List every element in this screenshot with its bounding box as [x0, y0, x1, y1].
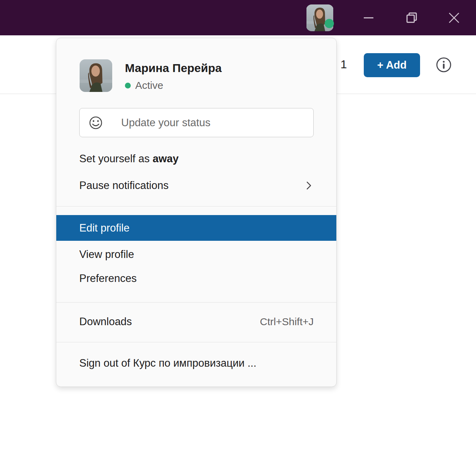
smiley-icon	[89, 116, 103, 130]
menu-item-set-away[interactable]: Set yourself as away	[56, 148, 336, 169]
presence-dot-titlebar	[325, 19, 334, 28]
app-window: 1 + Add	[0, 0, 476, 473]
info-icon	[436, 57, 452, 73]
chevron-right-icon	[306, 181, 312, 190]
preferences-label: Preferences	[79, 272, 137, 285]
menu-divider	[56, 342, 336, 342]
close-icon	[448, 12, 460, 24]
menu-item-view-profile[interactable]: View profile	[56, 244, 336, 265]
restore-button[interactable]	[396, 0, 427, 35]
user-menu: Марина Перейра Active Update your status…	[56, 38, 337, 387]
profile-name: Марина Перейра	[125, 61, 222, 75]
menu-item-pause-notifications[interactable]: Pause notifications	[56, 175, 336, 196]
presence-dot-icon	[125, 83, 131, 88]
view-profile-label: View profile	[79, 248, 134, 261]
downloads-label: Downloads	[79, 316, 132, 328]
presence-status: Active	[125, 80, 222, 91]
close-button[interactable]	[439, 0, 469, 35]
menu-divider	[56, 302, 336, 303]
avatar-photo	[80, 59, 112, 92]
titlebar	[0, 0, 476, 35]
menu-item-preferences[interactable]: Preferences	[56, 268, 336, 289]
profile-info: Марина Перейра Active	[125, 59, 222, 92]
menu-item-sign-out[interactable]: Sign out of Курс по импровизации ...	[56, 353, 336, 374]
info-button[interactable]	[435, 56, 452, 73]
status-placeholder: Update your status	[121, 117, 210, 129]
minimize-icon	[363, 16, 375, 19]
downloads-shortcut: Ctrl+Shift+J	[260, 316, 314, 328]
set-away-label: Set yourself as away	[79, 153, 179, 165]
pause-notifications-label: Pause notifications	[79, 179, 169, 192]
menu-divider	[56, 206, 336, 206]
menu-item-edit-profile[interactable]: Edit profile	[56, 215, 336, 241]
presence-label: Active	[135, 80, 163, 91]
edit-profile-label: Edit profile	[79, 222, 129, 234]
sign-out-label: Sign out of Курс по импровизации ...	[79, 357, 256, 369]
restore-icon	[406, 12, 418, 24]
member-count: 1	[340, 58, 347, 71]
profile-avatar	[80, 59, 112, 92]
menu-item-downloads[interactable]: Downloads Ctrl+Shift+J	[56, 311, 336, 332]
profile-summary: Марина Перейра Active	[80, 59, 222, 92]
minimize-button[interactable]	[353, 0, 384, 35]
add-button[interactable]: + Add	[364, 53, 420, 77]
update-status-input[interactable]: Update your status	[79, 108, 314, 137]
